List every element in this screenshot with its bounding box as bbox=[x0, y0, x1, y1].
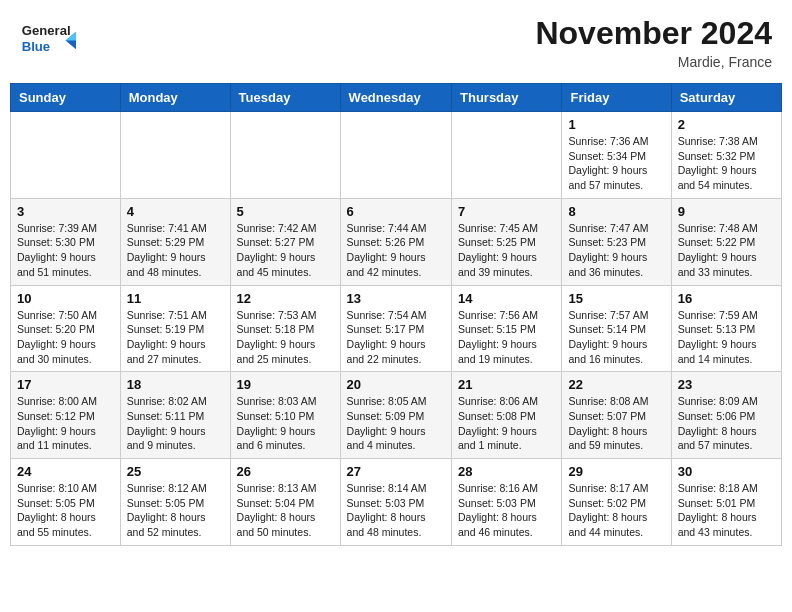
column-header-wednesday: Wednesday bbox=[340, 84, 451, 112]
calendar-cell: 2Sunrise: 7:38 AM Sunset: 5:32 PM Daylig… bbox=[671, 112, 781, 199]
day-info: Sunrise: 8:10 AM Sunset: 5:05 PM Dayligh… bbox=[17, 481, 114, 540]
day-number: 20 bbox=[347, 377, 445, 392]
calendar-cell: 8Sunrise: 7:47 AM Sunset: 5:23 PM Daylig… bbox=[562, 198, 671, 285]
day-info: Sunrise: 8:16 AM Sunset: 5:03 PM Dayligh… bbox=[458, 481, 555, 540]
column-header-friday: Friday bbox=[562, 84, 671, 112]
calendar-cell: 29Sunrise: 8:17 AM Sunset: 5:02 PM Dayli… bbox=[562, 459, 671, 546]
day-info: Sunrise: 8:03 AM Sunset: 5:10 PM Dayligh… bbox=[237, 394, 334, 453]
calendar-week-3: 10Sunrise: 7:50 AM Sunset: 5:20 PM Dayli… bbox=[11, 285, 782, 372]
calendar-cell bbox=[452, 112, 562, 199]
calendar-week-2: 3Sunrise: 7:39 AM Sunset: 5:30 PM Daylig… bbox=[11, 198, 782, 285]
day-number: 9 bbox=[678, 204, 775, 219]
calendar-cell: 4Sunrise: 7:41 AM Sunset: 5:29 PM Daylig… bbox=[120, 198, 230, 285]
day-number: 7 bbox=[458, 204, 555, 219]
day-number: 26 bbox=[237, 464, 334, 479]
day-info: Sunrise: 7:47 AM Sunset: 5:23 PM Dayligh… bbox=[568, 221, 664, 280]
calendar-cell: 23Sunrise: 8:09 AM Sunset: 5:06 PM Dayli… bbox=[671, 372, 781, 459]
day-info: Sunrise: 7:38 AM Sunset: 5:32 PM Dayligh… bbox=[678, 134, 775, 193]
day-info: Sunrise: 8:02 AM Sunset: 5:11 PM Dayligh… bbox=[127, 394, 224, 453]
svg-text:Blue: Blue bbox=[22, 39, 50, 54]
day-info: Sunrise: 8:17 AM Sunset: 5:02 PM Dayligh… bbox=[568, 481, 664, 540]
calendar-cell bbox=[340, 112, 451, 199]
day-number: 19 bbox=[237, 377, 334, 392]
day-info: Sunrise: 8:12 AM Sunset: 5:05 PM Dayligh… bbox=[127, 481, 224, 540]
calendar-cell: 26Sunrise: 8:13 AM Sunset: 5:04 PM Dayli… bbox=[230, 459, 340, 546]
day-number: 6 bbox=[347, 204, 445, 219]
day-number: 27 bbox=[347, 464, 445, 479]
day-info: Sunrise: 7:44 AM Sunset: 5:26 PM Dayligh… bbox=[347, 221, 445, 280]
calendar-cell: 21Sunrise: 8:06 AM Sunset: 5:08 PM Dayli… bbox=[452, 372, 562, 459]
calendar-cell: 6Sunrise: 7:44 AM Sunset: 5:26 PM Daylig… bbox=[340, 198, 451, 285]
day-number: 29 bbox=[568, 464, 664, 479]
day-info: Sunrise: 8:08 AM Sunset: 5:07 PM Dayligh… bbox=[568, 394, 664, 453]
day-info: Sunrise: 7:50 AM Sunset: 5:20 PM Dayligh… bbox=[17, 308, 114, 367]
day-number: 16 bbox=[678, 291, 775, 306]
calendar-cell: 1Sunrise: 7:36 AM Sunset: 5:34 PM Daylig… bbox=[562, 112, 671, 199]
calendar-cell: 16Sunrise: 7:59 AM Sunset: 5:13 PM Dayli… bbox=[671, 285, 781, 372]
calendar-cell: 3Sunrise: 7:39 AM Sunset: 5:30 PM Daylig… bbox=[11, 198, 121, 285]
column-header-tuesday: Tuesday bbox=[230, 84, 340, 112]
day-info: Sunrise: 7:53 AM Sunset: 5:18 PM Dayligh… bbox=[237, 308, 334, 367]
calendar-cell: 14Sunrise: 7:56 AM Sunset: 5:15 PM Dayli… bbox=[452, 285, 562, 372]
day-info: Sunrise: 7:57 AM Sunset: 5:14 PM Dayligh… bbox=[568, 308, 664, 367]
calendar-cell bbox=[230, 112, 340, 199]
calendar-header-row: SundayMondayTuesdayWednesdayThursdayFrid… bbox=[11, 84, 782, 112]
day-info: Sunrise: 7:54 AM Sunset: 5:17 PM Dayligh… bbox=[347, 308, 445, 367]
day-info: Sunrise: 7:42 AM Sunset: 5:27 PM Dayligh… bbox=[237, 221, 334, 280]
calendar-cell bbox=[11, 112, 121, 199]
day-info: Sunrise: 8:18 AM Sunset: 5:01 PM Dayligh… bbox=[678, 481, 775, 540]
calendar-cell: 24Sunrise: 8:10 AM Sunset: 5:05 PM Dayli… bbox=[11, 459, 121, 546]
day-number: 15 bbox=[568, 291, 664, 306]
day-number: 23 bbox=[678, 377, 775, 392]
day-info: Sunrise: 7:51 AM Sunset: 5:19 PM Dayligh… bbox=[127, 308, 224, 367]
day-number: 4 bbox=[127, 204, 224, 219]
calendar-week-1: 1Sunrise: 7:36 AM Sunset: 5:34 PM Daylig… bbox=[11, 112, 782, 199]
day-number: 24 bbox=[17, 464, 114, 479]
calendar-cell: 27Sunrise: 8:14 AM Sunset: 5:03 PM Dayli… bbox=[340, 459, 451, 546]
column-header-saturday: Saturday bbox=[671, 84, 781, 112]
calendar-cell: 9Sunrise: 7:48 AM Sunset: 5:22 PM Daylig… bbox=[671, 198, 781, 285]
logo-svg: General Blue bbox=[20, 15, 90, 65]
calendar-cell: 15Sunrise: 7:57 AM Sunset: 5:14 PM Dayli… bbox=[562, 285, 671, 372]
logo: General Blue bbox=[20, 15, 90, 65]
day-number: 21 bbox=[458, 377, 555, 392]
calendar-cell: 28Sunrise: 8:16 AM Sunset: 5:03 PM Dayli… bbox=[452, 459, 562, 546]
day-number: 13 bbox=[347, 291, 445, 306]
day-number: 5 bbox=[237, 204, 334, 219]
day-number: 14 bbox=[458, 291, 555, 306]
day-number: 30 bbox=[678, 464, 775, 479]
day-info: Sunrise: 7:39 AM Sunset: 5:30 PM Dayligh… bbox=[17, 221, 114, 280]
calendar-cell: 19Sunrise: 8:03 AM Sunset: 5:10 PM Dayli… bbox=[230, 372, 340, 459]
calendar-cell: 25Sunrise: 8:12 AM Sunset: 5:05 PM Dayli… bbox=[120, 459, 230, 546]
month-title: November 2024 bbox=[535, 15, 772, 52]
column-header-sunday: Sunday bbox=[11, 84, 121, 112]
day-number: 10 bbox=[17, 291, 114, 306]
calendar-cell: 13Sunrise: 7:54 AM Sunset: 5:17 PM Dayli… bbox=[340, 285, 451, 372]
day-info: Sunrise: 8:13 AM Sunset: 5:04 PM Dayligh… bbox=[237, 481, 334, 540]
calendar-cell: 7Sunrise: 7:45 AM Sunset: 5:25 PM Daylig… bbox=[452, 198, 562, 285]
calendar-cell: 20Sunrise: 8:05 AM Sunset: 5:09 PM Dayli… bbox=[340, 372, 451, 459]
day-info: Sunrise: 7:56 AM Sunset: 5:15 PM Dayligh… bbox=[458, 308, 555, 367]
day-number: 25 bbox=[127, 464, 224, 479]
day-number: 11 bbox=[127, 291, 224, 306]
calendar-cell: 18Sunrise: 8:02 AM Sunset: 5:11 PM Dayli… bbox=[120, 372, 230, 459]
day-number: 18 bbox=[127, 377, 224, 392]
calendar-cell: 5Sunrise: 7:42 AM Sunset: 5:27 PM Daylig… bbox=[230, 198, 340, 285]
day-number: 8 bbox=[568, 204, 664, 219]
column-header-monday: Monday bbox=[120, 84, 230, 112]
calendar-cell bbox=[120, 112, 230, 199]
calendar-cell: 30Sunrise: 8:18 AM Sunset: 5:01 PM Dayli… bbox=[671, 459, 781, 546]
day-info: Sunrise: 7:41 AM Sunset: 5:29 PM Dayligh… bbox=[127, 221, 224, 280]
svg-text:General: General bbox=[22, 23, 71, 38]
day-number: 22 bbox=[568, 377, 664, 392]
calendar-table: SundayMondayTuesdayWednesdayThursdayFrid… bbox=[10, 83, 782, 546]
calendar-cell: 17Sunrise: 8:00 AM Sunset: 5:12 PM Dayli… bbox=[11, 372, 121, 459]
location: Mardie, France bbox=[535, 54, 772, 70]
column-header-thursday: Thursday bbox=[452, 84, 562, 112]
calendar-cell: 11Sunrise: 7:51 AM Sunset: 5:19 PM Dayli… bbox=[120, 285, 230, 372]
day-info: Sunrise: 7:36 AM Sunset: 5:34 PM Dayligh… bbox=[568, 134, 664, 193]
day-number: 3 bbox=[17, 204, 114, 219]
calendar-cell: 12Sunrise: 7:53 AM Sunset: 5:18 PM Dayli… bbox=[230, 285, 340, 372]
day-number: 12 bbox=[237, 291, 334, 306]
calendar-week-4: 17Sunrise: 8:00 AM Sunset: 5:12 PM Dayli… bbox=[11, 372, 782, 459]
